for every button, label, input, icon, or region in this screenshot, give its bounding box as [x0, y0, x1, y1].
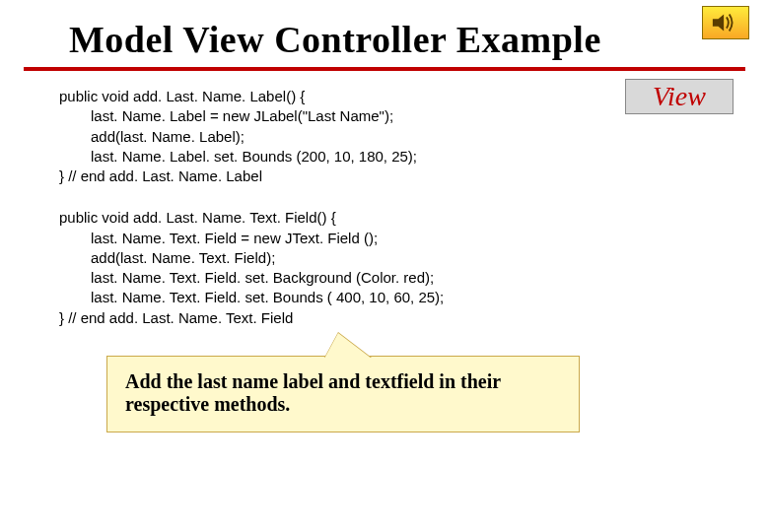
code-line: add(last. Name. Label);: [59, 127, 572, 147]
code-line: last. Name. Text. Field. set. Bounds ( 4…: [59, 288, 572, 307]
view-badge: View: [625, 79, 734, 114]
code-block-2: public void add. Last. Name. Text. Field…: [59, 208, 572, 328]
svg-marker-0: [713, 15, 724, 32]
slide-title: Model View Controller Example: [0, 0, 769, 67]
sound-icon: [702, 6, 749, 39]
code-line: last. Name. Label. set. Bounds (200, 10,…: [59, 147, 572, 166]
callout-tail: [324, 333, 372, 359]
code-line: last. Name. Text. Field. set. Background…: [59, 268, 572, 288]
code-line: } // end add. Last. Name. Text. Field: [59, 308, 572, 328]
code-line: public void add. Last. Name. Text. Field…: [59, 208, 572, 228]
code-line: } // end add. Last. Name. Label: [59, 166, 572, 186]
callout-text: Add the last name label and textfield in…: [125, 370, 501, 415]
callout-box: Add the last name label and textfield in…: [106, 356, 580, 432]
code-line: add(last. Name. Text. Field);: [59, 248, 572, 268]
content-area: View public void add. Last. Name. Label(…: [0, 71, 769, 432]
code-line: public void add. Last. Name. Label() {: [59, 87, 572, 106]
code-line: last. Name. Text. Field = new JText. Fie…: [59, 229, 572, 248]
code-line: last. Name. Label = new JLabel("Last Nam…: [59, 106, 572, 126]
code-block-1: public void add. Last. Name. Label() { l…: [59, 87, 572, 186]
